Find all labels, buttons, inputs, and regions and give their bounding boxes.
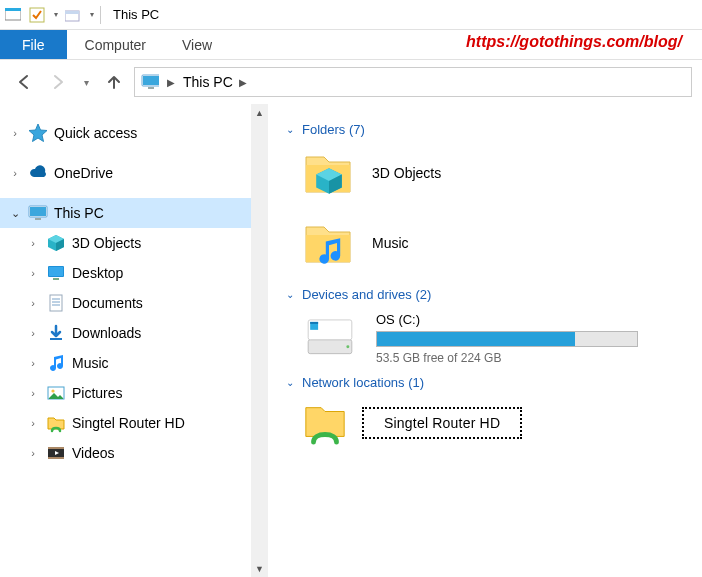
svg-marker-8 [29, 124, 47, 142]
tree-item-label: Music [72, 355, 109, 371]
group-header[interactable]: ⌄Devices and drives (2) [286, 287, 692, 302]
svg-rect-1 [5, 8, 21, 11]
music-folder-icon [302, 217, 354, 269]
chevron-right-icon[interactable]: › [26, 357, 40, 369]
tree-item[interactable]: ›Singtel Router HD [0, 408, 268, 438]
tree-item[interactable]: ›Pictures [0, 378, 268, 408]
chevron-right-icon[interactable]: › [26, 387, 40, 399]
qat-dropdown2-icon[interactable]: ▾ [90, 10, 94, 19]
chevron-right-icon[interactable]: › [8, 127, 22, 139]
svg-rect-4 [65, 11, 79, 14]
group-header[interactable]: ⌄Folders (7) [286, 122, 692, 137]
quick-access-toolbar: ▾ ▾ [4, 6, 94, 24]
chevron-right-icon[interactable]: › [26, 267, 40, 279]
tree-item[interactable]: ›Desktop [0, 258, 268, 288]
music-icon [46, 353, 66, 373]
scroll-down-icon[interactable]: ▼ [255, 560, 264, 577]
cube-folder-icon [302, 147, 354, 199]
chevron-right-icon[interactable]: ▶ [167, 77, 175, 88]
navigation-pane: ›Quick access›OneDrive⌄This PC›3D Object… [0, 104, 268, 577]
tree-item-label: Documents [72, 295, 143, 311]
group-title: Network locations (1) [302, 375, 424, 390]
window-title: This PC [113, 7, 159, 22]
tree-item-label: Singtel Router HD [72, 415, 185, 431]
tree-item-label: Videos [72, 445, 115, 461]
folder-name: 3D Objects [372, 165, 441, 181]
chevron-down-icon[interactable]: ⌄ [8, 207, 22, 220]
network-location-name: Singtel Router HD [362, 407, 522, 439]
chevron-right-icon[interactable]: › [26, 237, 40, 249]
file-tab[interactable]: File [0, 30, 67, 59]
svg-rect-10 [30, 207, 46, 216]
sidebar-scrollbar[interactable]: ▲ ▼ [251, 104, 268, 577]
drive-free-text: 53.5 GB free of 224 GB [376, 351, 674, 365]
svg-rect-27 [48, 457, 64, 459]
svg-rect-6 [143, 76, 159, 85]
svg-rect-16 [49, 267, 63, 276]
tree-item-label: Pictures [72, 385, 123, 401]
svg-point-36 [346, 345, 349, 348]
navigation-bar: ▾ ▶ This PC ▶ [0, 60, 702, 104]
svg-rect-26 [48, 447, 64, 449]
chevron-right-icon[interactable]: ▶ [239, 77, 247, 88]
chevron-down-icon[interactable]: ⌄ [286, 124, 294, 135]
tree-item[interactable]: ⌄This PC [0, 198, 268, 228]
explorer-icon [4, 6, 22, 24]
recent-locations-button[interactable]: ▾ [78, 68, 94, 96]
download-icon [46, 323, 66, 343]
chevron-right-icon[interactable]: › [8, 167, 22, 179]
tree-item[interactable]: ›Downloads [0, 318, 268, 348]
address-bar[interactable]: ▶ This PC ▶ [134, 67, 692, 97]
svg-rect-32 [308, 340, 352, 354]
desktop-icon [46, 263, 66, 283]
properties-icon[interactable] [28, 6, 46, 24]
drive-name: OS (C:) [376, 312, 674, 327]
pc-icon [141, 73, 159, 91]
netfolder-icon [46, 413, 66, 433]
folder-tile[interactable]: 3D Objects [302, 147, 692, 199]
qat-dropdown-icon[interactable]: ▾ [54, 10, 58, 19]
back-button[interactable] [10, 68, 38, 96]
group-title: Folders (7) [302, 122, 365, 137]
tree-item-label: OneDrive [54, 165, 113, 181]
up-button[interactable] [100, 68, 128, 96]
tree-item[interactable]: ›Music [0, 348, 268, 378]
scroll-up-icon[interactable]: ▲ [255, 104, 264, 121]
drive-usage-bar [376, 331, 638, 347]
watermark-text: https://gotothings.com/blog/ [466, 33, 682, 51]
svg-rect-17 [53, 278, 59, 280]
cloud-icon [28, 163, 48, 183]
svg-point-24 [51, 389, 54, 392]
chevron-down-icon[interactable]: ⌄ [286, 377, 294, 388]
chevron-right-icon[interactable]: › [26, 297, 40, 309]
breadcrumb: This PC ▶ [183, 74, 247, 90]
tab-computer[interactable]: Computer [67, 30, 164, 59]
title-bar: ▾ ▾ This PC [0, 0, 702, 30]
chevron-down-icon[interactable]: ⌄ [286, 289, 294, 300]
group-header[interactable]: ⌄Network locations (1) [286, 375, 692, 390]
tree-item[interactable]: ›OneDrive [0, 158, 268, 188]
forward-button[interactable] [44, 68, 72, 96]
content-pane: ⌄Folders (7) 3D Objects Music⌄Devices an… [268, 104, 702, 577]
folder-tile[interactable]: Music [302, 217, 692, 269]
star-icon [28, 123, 48, 143]
svg-rect-35 [310, 322, 318, 324]
tab-view[interactable]: View [164, 30, 230, 59]
tree-item[interactable]: ›3D Objects [0, 228, 268, 258]
tree-item-label: Quick access [54, 125, 137, 141]
chevron-right-icon[interactable]: › [26, 327, 40, 339]
tree-item[interactable]: ›Quick access [0, 118, 268, 148]
new-folder-icon[interactable] [64, 6, 82, 24]
drive-icon [302, 312, 358, 360]
chevron-right-icon[interactable]: › [26, 447, 40, 459]
network-location-tile[interactable]: Singtel Router HD [302, 400, 692, 446]
tree-item[interactable]: ›Videos [0, 438, 268, 468]
drive-tile[interactable]: OS (C:)53.5 GB free of 224 GB [302, 312, 692, 365]
tree-item[interactable]: ›Documents [0, 288, 268, 318]
cube-icon [46, 233, 66, 253]
chevron-right-icon[interactable]: › [26, 417, 40, 429]
pc-icon [28, 203, 48, 223]
tree-item-label: This PC [54, 205, 104, 221]
tree-item-label: Desktop [72, 265, 123, 281]
breadcrumb-location[interactable]: This PC [183, 74, 233, 90]
